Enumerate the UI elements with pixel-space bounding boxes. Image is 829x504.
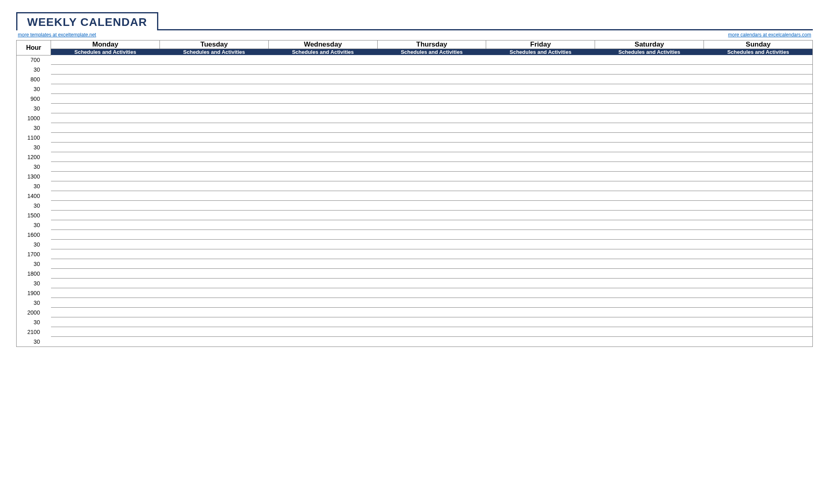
schedule-cell[interactable] [595,211,704,220]
schedule-cell[interactable] [704,211,813,220]
schedule-cell[interactable] [486,104,595,113]
schedule-cell[interactable] [51,181,160,191]
schedule-cell[interactable] [160,230,269,240]
schedule-cell[interactable] [595,181,704,191]
schedule-cell[interactable] [160,279,269,288]
schedule-cell[interactable] [595,94,704,104]
schedule-cell[interactable] [160,249,269,259]
schedule-cell[interactable] [704,288,813,298]
schedule-cell[interactable] [160,142,269,152]
schedule-cell[interactable] [595,279,704,288]
schedule-cell[interactable] [486,191,595,201]
schedule-cell[interactable] [160,220,269,230]
schedule-cell[interactable] [160,123,269,133]
schedule-cell[interactable] [486,249,595,259]
schedule-cell[interactable] [51,94,160,104]
schedule-cell[interactable] [486,181,595,191]
schedule-cell[interactable] [595,220,704,230]
schedule-cell[interactable] [377,201,486,211]
schedule-cell[interactable] [377,152,486,162]
schedule-cell[interactable] [377,259,486,269]
schedule-cell[interactable] [595,288,704,298]
schedule-cell[interactable] [268,152,377,162]
schedule-cell[interactable] [704,74,813,84]
schedule-cell[interactable] [595,191,704,201]
schedule-cell[interactable] [704,220,813,230]
link-more-templates[interactable]: more templates at exceltemplate.net [18,32,96,38]
schedule-cell[interactable] [268,337,377,347]
schedule-cell[interactable] [377,220,486,230]
schedule-cell[interactable] [595,317,704,327]
schedule-cell[interactable] [704,279,813,288]
schedule-cell[interactable] [486,55,595,65]
schedule-cell[interactable] [377,133,486,142]
schedule-cell[interactable] [377,279,486,288]
schedule-cell[interactable] [377,84,486,94]
schedule-cell[interactable] [486,220,595,230]
schedule-cell[interactable] [377,74,486,84]
schedule-cell[interactable] [486,113,595,123]
schedule-cell[interactable] [595,133,704,142]
schedule-cell[interactable] [704,259,813,269]
schedule-cell[interactable] [704,240,813,249]
schedule-cell[interactable] [268,240,377,249]
schedule-cell[interactable] [486,94,595,104]
schedule-cell[interactable] [160,172,269,181]
schedule-cell[interactable] [268,84,377,94]
schedule-cell[interactable] [486,172,595,181]
schedule-cell[interactable] [268,211,377,220]
schedule-cell[interactable] [51,240,160,249]
schedule-cell[interactable] [595,113,704,123]
schedule-cell[interactable] [595,308,704,317]
schedule-cell[interactable] [486,201,595,211]
schedule-cell[interactable] [704,55,813,65]
schedule-cell[interactable] [160,240,269,249]
schedule-cell[interactable] [268,162,377,172]
schedule-cell[interactable] [704,317,813,327]
schedule-cell[interactable] [160,269,269,279]
schedule-cell[interactable] [704,84,813,94]
schedule-cell[interactable] [268,288,377,298]
schedule-cell[interactable] [268,327,377,337]
schedule-cell[interactable] [51,191,160,201]
schedule-cell[interactable] [486,317,595,327]
schedule-cell[interactable] [704,152,813,162]
schedule-cell[interactable] [595,84,704,94]
schedule-cell[interactable] [160,201,269,211]
schedule-cell[interactable] [160,337,269,347]
schedule-cell[interactable] [51,308,160,317]
schedule-cell[interactable] [268,308,377,317]
schedule-cell[interactable] [704,133,813,142]
schedule-cell[interactable] [704,298,813,308]
schedule-cell[interactable] [704,337,813,347]
schedule-cell[interactable] [268,191,377,201]
schedule-cell[interactable] [486,308,595,317]
schedule-cell[interactable] [595,201,704,211]
schedule-cell[interactable] [160,317,269,327]
schedule-cell[interactable] [51,113,160,123]
schedule-cell[interactable] [268,220,377,230]
schedule-cell[interactable] [486,230,595,240]
schedule-cell[interactable] [595,162,704,172]
schedule-cell[interactable] [486,133,595,142]
schedule-cell[interactable] [268,249,377,259]
schedule-cell[interactable] [51,230,160,240]
schedule-cell[interactable] [268,259,377,269]
schedule-cell[interactable] [160,259,269,269]
schedule-cell[interactable] [595,298,704,308]
schedule-cell[interactable] [377,288,486,298]
schedule-cell[interactable] [51,172,160,181]
schedule-cell[interactable] [595,55,704,65]
schedule-cell[interactable] [160,94,269,104]
schedule-cell[interactable] [268,230,377,240]
link-more-calendars[interactable]: more calendars at excelcalendars.com [728,32,811,38]
schedule-cell[interactable] [486,337,595,347]
schedule-cell[interactable] [268,298,377,308]
schedule-cell[interactable] [377,249,486,259]
schedule-cell[interactable] [51,211,160,220]
schedule-cell[interactable] [377,65,486,74]
schedule-cell[interactable] [486,74,595,84]
schedule-cell[interactable] [486,211,595,220]
schedule-cell[interactable] [377,113,486,123]
schedule-cell[interactable] [160,65,269,74]
